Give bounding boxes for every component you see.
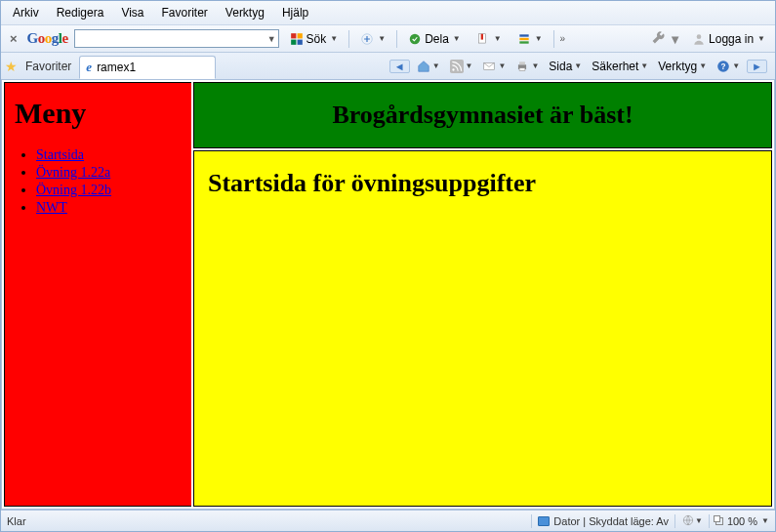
home-icon xyxy=(417,60,430,73)
protected-mode-button[interactable] xyxy=(681,513,695,529)
highlight-button[interactable]: ▼ xyxy=(512,30,548,48)
zoom-value: 100 % xyxy=(727,515,757,527)
close-toolbar-button[interactable]: × xyxy=(6,31,21,46)
menu-bar: Arkiv Redigera Visa Favoriter Verktyg Hj… xyxy=(1,1,775,25)
svg-point-13 xyxy=(452,68,454,70)
google-logo: Google xyxy=(27,30,68,47)
tools-label: Verktyg xyxy=(658,60,697,73)
list-item: NWT xyxy=(36,200,182,216)
chevron-down-icon[interactable]: ▼ xyxy=(695,516,703,525)
settings-button[interactable]: ▼ xyxy=(652,30,682,47)
chevron-down-icon: ▼ xyxy=(535,34,543,43)
chevron-down-icon: ▼ xyxy=(574,61,582,70)
svg-rect-9 xyxy=(519,37,528,39)
help-button[interactable]: ? ▼ xyxy=(714,59,743,74)
chevron-down-icon[interactable]: ▼ xyxy=(267,34,276,44)
link-ovning-122a[interactable]: Övning 1.22a xyxy=(36,165,110,180)
bookmark-icon xyxy=(476,32,490,46)
search-button[interactable]: Sök ▼ xyxy=(285,30,344,48)
page-content: Meny Startsida Övning 1.22a Övning 1.22b… xyxy=(1,80,775,510)
svg-point-11 xyxy=(697,34,702,39)
google-g-icon xyxy=(290,32,304,46)
wrench-icon xyxy=(652,30,666,44)
tab-toolbar: ★ Favoriter e ramex1 ◄ ▼ ▼ ▼ ▼ Sida ▼ Sä… xyxy=(1,53,775,80)
print-button[interactable]: ▼ xyxy=(512,59,542,74)
chevron-down-icon: ▼ xyxy=(494,34,502,43)
banner-heading: Brogårdsgymnasiet är bäst! xyxy=(332,101,633,130)
menu-heading: Meny xyxy=(15,97,182,130)
computer-icon xyxy=(538,516,550,526)
link-ovning-122b[interactable]: Övning 1.22b xyxy=(36,183,111,197)
nav-forward-button[interactable]: ► xyxy=(747,60,767,73)
link-nwt[interactable]: NWT xyxy=(36,200,67,215)
overflow-button[interactable]: » xyxy=(560,33,564,44)
security-menu[interactable]: Säkerhet ▼ xyxy=(589,59,651,74)
login-button[interactable]: Logga in ▼ xyxy=(687,30,770,48)
plus-icon xyxy=(360,32,374,46)
menu-redigera[interactable]: Redigera xyxy=(49,4,112,21)
security-label: Säkerhet xyxy=(592,60,638,73)
menu-arkiv[interactable]: Arkiv xyxy=(5,4,47,21)
chevron-down-icon: ▼ xyxy=(453,34,461,43)
svg-rect-12 xyxy=(450,60,464,73)
google-toolbar: × Google ▼ Sök ▼ ▼ Dela ▼ ▼ ▼ » ▼ Logga … xyxy=(1,25,775,53)
chevron-down-icon: ▼ xyxy=(757,34,765,43)
menu-hjalp[interactable]: Hjälp xyxy=(274,4,316,21)
status-bar: Klar Dator | Skyddat läge: Av ▼ 100 % ▼ xyxy=(1,510,775,531)
svg-rect-16 xyxy=(519,61,525,64)
menu-verktyg[interactable]: Verktyg xyxy=(218,4,272,21)
star-icon[interactable]: ★ xyxy=(5,59,18,74)
highlight-icon xyxy=(517,32,531,46)
main-heading: Startsida för övningsuppgifter xyxy=(208,169,757,198)
chevron-down-icon: ▼ xyxy=(432,61,440,70)
favorites-label[interactable]: Favoriter xyxy=(25,60,71,73)
command-bar: ◄ ▼ ▼ ▼ ▼ Sida ▼ Säkerhet ▼ Verktyg ▼ xyxy=(389,59,771,74)
menu-list: Startsida Övning 1.22a Övning 1.22b NWT xyxy=(15,147,182,216)
mail-icon xyxy=(482,60,496,73)
feeds-button[interactable]: ▼ xyxy=(447,59,476,74)
tab-title: ramex1 xyxy=(97,61,136,74)
bookmark-button[interactable]: ▼ xyxy=(471,30,507,48)
svg-rect-17 xyxy=(519,67,525,70)
share-button[interactable]: Dela ▼ xyxy=(403,30,466,48)
main-frame: Startsida för övningsuppgifter xyxy=(193,150,772,507)
svg-rect-8 xyxy=(519,34,528,36)
chevron-down-icon: ▼ xyxy=(531,61,539,70)
right-frames: Brogårdsgymnasiet är bäst! Startsida för… xyxy=(193,82,772,507)
zoom-icon xyxy=(715,517,723,525)
menu-favoriter[interactable]: Favoriter xyxy=(154,4,216,21)
chevron-down-icon: ▼ xyxy=(640,61,648,70)
google-search-input[interactable]: ▼ xyxy=(74,29,279,48)
separator xyxy=(396,30,397,48)
nav-back-button[interactable]: ◄ xyxy=(389,60,410,73)
link-startsida[interactable]: Startsida xyxy=(36,147,84,162)
chevron-down-icon: ▼ xyxy=(732,61,740,70)
separator xyxy=(348,30,349,48)
share-label: Dela xyxy=(425,32,449,46)
list-item: Startsida xyxy=(36,147,182,163)
search-label: Sök xyxy=(306,32,327,46)
tools-menu[interactable]: Verktyg ▼ xyxy=(655,59,710,74)
chevron-down-icon: ▼ xyxy=(378,34,386,43)
separator xyxy=(709,514,710,528)
zoom-button[interactable]: 100 % ▼ xyxy=(715,515,769,527)
svg-rect-1 xyxy=(297,33,302,38)
status-zone: Dator | Skyddat läge: Av xyxy=(553,515,669,527)
svg-rect-10 xyxy=(519,41,528,43)
svg-rect-0 xyxy=(291,33,296,38)
home-button[interactable]: ▼ xyxy=(414,59,443,74)
page-menu[interactable]: Sida ▼ xyxy=(546,59,585,74)
banner-frame: Brogårdsgymnasiet är bäst! xyxy=(193,82,772,148)
list-item: Övning 1.22a xyxy=(36,165,182,181)
svg-rect-7 xyxy=(480,33,482,39)
browser-tab[interactable]: e ramex1 xyxy=(79,56,216,79)
add-button[interactable]: ▼ xyxy=(355,30,390,48)
mail-button[interactable]: ▼ xyxy=(479,59,509,74)
chevron-down-icon: ▼ xyxy=(699,61,707,70)
list-item: Övning 1.22b xyxy=(36,183,182,198)
chevron-down-icon: ▼ xyxy=(466,61,473,70)
menu-visa[interactable]: Visa xyxy=(113,4,151,21)
help-icon: ? xyxy=(716,60,730,73)
printer-icon xyxy=(515,60,529,73)
page-label: Sida xyxy=(549,60,572,73)
